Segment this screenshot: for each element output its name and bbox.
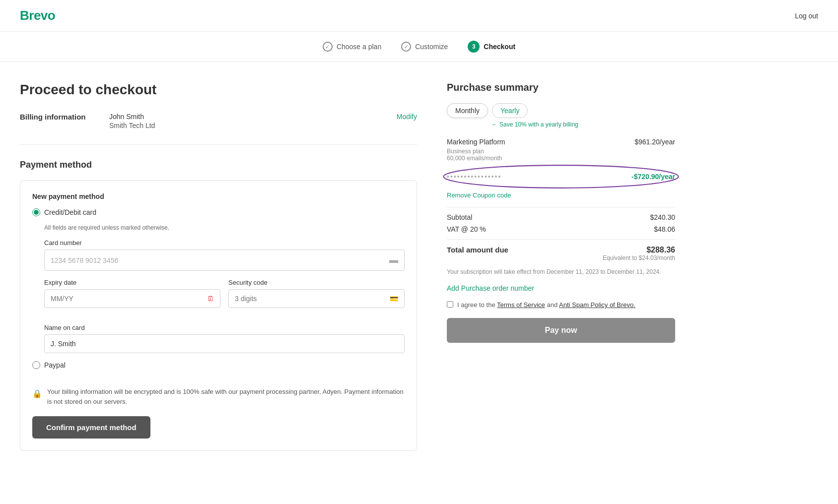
terms-of-service-link[interactable]: Terms of Service: [497, 301, 545, 309]
security-group: Security code 💳: [228, 279, 405, 308]
terms-checkbox[interactable]: [447, 301, 453, 308]
step-choose-plan-label: Choose a plan: [337, 43, 381, 51]
step-check-icon-2: ✓: [401, 42, 411, 52]
card-number-input[interactable]: [51, 256, 389, 264]
new-payment-title: New payment method: [32, 192, 405, 200]
credit-card-label: Credit/Debit card: [44, 208, 96, 216]
security-input[interactable]: [235, 295, 387, 303]
divider-2: [447, 239, 675, 240]
security-note: 🔒 Your billing information will be encry…: [32, 379, 405, 406]
page-title: Proceed to checkout: [20, 82, 417, 98]
name-on-card-input[interactable]: [51, 340, 398, 348]
terms-text: I agree to the Terms of Service and Anti…: [457, 300, 635, 310]
total-label: Total amount due: [447, 246, 508, 254]
billing-info: John Smith Smith Tech Ltd: [109, 113, 387, 129]
security-input-wrap[interactable]: 💳: [228, 289, 405, 308]
brevo-logo: Brevo: [20, 8, 55, 23]
product-name: Marketing Platform: [447, 138, 505, 146]
coupon-discount: -$720.90/year: [631, 173, 675, 181]
coupon-code: ••••••••••••••••: [447, 173, 501, 181]
billing-section: Billing information John Smith Smith Tec…: [20, 113, 417, 145]
step-checkout-number: 3: [468, 41, 480, 53]
vat-row: VAT @ 20 % $48.06: [447, 225, 675, 233]
subscription-note: Your subscription will take effect from …: [447, 267, 675, 276]
yearly-toggle[interactable]: Yearly: [492, 103, 528, 118]
arrow-icon: ←: [491, 121, 497, 128]
divider-1: [447, 207, 675, 207]
subtotal-label: Subtotal: [447, 213, 472, 221]
expiry-label: Expiry date: [44, 279, 220, 286]
product-emails: 60,000 emails/month: [447, 155, 675, 162]
product-plan: Business plan: [447, 148, 675, 155]
card-form: All fields are required unless marked ot…: [44, 224, 405, 353]
card-number-input-wrap[interactable]: ▬: [44, 250, 405, 271]
required-note: All fields are required unless marked ot…: [44, 224, 405, 231]
card-number-group: Card number ▬: [44, 239, 405, 271]
billing-name: John Smith: [109, 113, 387, 121]
logout-button[interactable]: Log out: [795, 12, 818, 20]
expiry-input[interactable]: [51, 295, 204, 303]
cvc-icon: 💳: [390, 295, 398, 303]
security-label: Security code: [228, 279, 405, 286]
remove-coupon-button[interactable]: Remove Coupon code: [447, 191, 511, 199]
left-column: Proceed to checkout Billing information …: [20, 82, 417, 451]
monthly-toggle[interactable]: Monthly: [447, 103, 488, 118]
payment-box: New payment method Credit/Debit card All…: [20, 180, 417, 451]
terms-row: I agree to the Terms of Service and Anti…: [447, 300, 675, 310]
paypal-option[interactable]: Paypal: [32, 361, 405, 369]
step-checkout: 3 Checkout: [468, 41, 515, 53]
product-name-price-row: Marketing Platform $961.20/year: [447, 138, 675, 146]
pay-now-button[interactable]: Pay now: [447, 318, 675, 343]
yearly-save-note: ← Save 10% with a yearly billing: [491, 121, 675, 128]
step-checkout-label: Checkout: [484, 43, 515, 51]
total-monthly-equiv: Equivalent to $24.03/month: [603, 254, 675, 261]
step-customize-label: Customize: [415, 43, 448, 51]
vat-value: $48.06: [654, 225, 675, 233]
card-number-label: Card number: [44, 239, 405, 247]
payment-section-title: Payment method: [20, 160, 417, 170]
billing-label: Billing information: [20, 113, 99, 121]
step-choose-plan: ✓ Choose a plan: [323, 42, 381, 52]
anti-spam-link[interactable]: Anti Spam Policy of Brevo.: [559, 301, 635, 309]
card-icon: ▬: [389, 255, 398, 265]
yearly-save-text: Save 10% with a yearly billing: [499, 121, 578, 128]
purchase-summary-title: Purchase summary: [447, 82, 675, 93]
coupon-section: •••••••••••••••• -$720.90/year: [447, 168, 675, 186]
vat-label: VAT @ 20 %: [447, 225, 486, 233]
step-customize: ✓ Customize: [401, 42, 448, 52]
product-summary: Marketing Platform $961.20/year Business…: [447, 138, 675, 162]
coupon-row: •••••••••••••••• -$720.90/year: [447, 168, 675, 186]
calendar-icon: 🗓: [207, 295, 214, 303]
paypal-label: Paypal: [44, 361, 66, 369]
paypal-radio[interactable]: [32, 361, 40, 369]
modify-button[interactable]: Modify: [397, 113, 417, 121]
product-price: $961.20/year: [634, 138, 675, 146]
right-column: Purchase summary Monthly Yearly ← Save 1…: [447, 82, 675, 451]
billing-toggle: Monthly Yearly: [447, 103, 675, 118]
security-note-text: Your billing information will be encrypt…: [47, 387, 405, 406]
expiry-security-row: Expiry date 🗓 Security code 💳: [44, 279, 405, 316]
name-on-card-input-wrap[interactable]: [44, 334, 405, 353]
expiry-group: Expiry date 🗓: [44, 279, 220, 308]
subtotal-row: Subtotal $240.30: [447, 213, 675, 221]
credit-card-option[interactable]: Credit/Debit card: [32, 208, 405, 216]
total-row: Total amount due $288.36 Equivalent to $…: [447, 246, 675, 261]
steps-nav: ✓ Choose a plan ✓ Customize 3 Checkout: [0, 32, 838, 62]
credit-card-radio[interactable]: [32, 208, 40, 216]
step-check-icon: ✓: [323, 42, 333, 52]
expiry-input-wrap[interactable]: 🗓: [44, 289, 220, 308]
main-content: Proceed to checkout Billing information …: [0, 62, 695, 471]
total-right: $288.36 Equivalent to $24.03/month: [603, 246, 675, 261]
billing-company: Smith Tech Ltd: [109, 122, 387, 129]
name-on-card-group: Name on card: [44, 324, 405, 353]
lock-icon: 🔒: [32, 388, 42, 400]
add-po-button[interactable]: Add Purchase order number: [447, 284, 534, 292]
payment-method-section: Payment method New payment method Credit…: [20, 160, 417, 451]
confirm-payment-button[interactable]: Confirm payment method: [32, 416, 150, 439]
subtotal-value: $240.30: [650, 213, 675, 221]
total-amount: $288.36: [603, 246, 675, 254]
name-on-card-label: Name on card: [44, 324, 405, 331]
